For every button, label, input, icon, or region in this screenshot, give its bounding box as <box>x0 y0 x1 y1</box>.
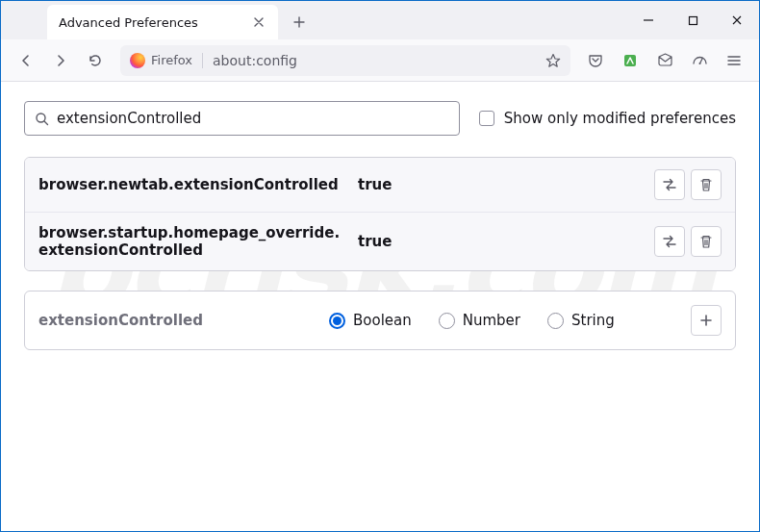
svg-rect-0 <box>689 16 697 24</box>
new-pref-row: extensionControlled Boolean Number Strin… <box>25 291 735 349</box>
firefox-logo-icon <box>130 53 145 68</box>
app-menu-button[interactable] <box>719 45 749 76</box>
forward-button[interactable] <box>45 45 76 76</box>
toggle-button[interactable] <box>654 169 685 200</box>
search-icon <box>35 112 49 126</box>
mail-button[interactable] <box>649 45 680 76</box>
dashboard-button[interactable] <box>684 45 715 76</box>
pref-value: true <box>358 233 643 250</box>
url-bar[interactable]: Firefox about:config <box>120 45 570 76</box>
pref-name: browser.startup.homepage_override.extens… <box>38 224 346 259</box>
preferences-table: browser.newtab.extensionControlled true … <box>24 157 736 271</box>
radio-boolean[interactable]: Boolean <box>329 312 412 329</box>
maximize-button[interactable] <box>671 1 715 39</box>
checkbox-label: Show only modified preferences <box>504 110 736 127</box>
new-pref-name: extensionControlled <box>38 312 317 329</box>
pref-name: browser.newtab.extensionControlled <box>38 176 346 193</box>
tab-title: Advanced Preferences <box>59 15 198 30</box>
svg-rect-1 <box>624 55 636 66</box>
search-box[interactable] <box>24 101 460 136</box>
add-pref-button[interactable] <box>691 305 722 336</box>
window-controls <box>626 1 759 39</box>
search-input[interactable] <box>57 110 449 127</box>
radio-string[interactable]: String <box>547 312 615 329</box>
tab-bar: Advanced Preferences <box>1 1 759 39</box>
type-radio-group: Boolean Number String <box>329 312 679 329</box>
radio-icon <box>329 313 345 329</box>
radio-label: Boolean <box>353 312 412 329</box>
url-text: about:config <box>213 53 536 68</box>
checkbox-icon <box>479 111 494 126</box>
radio-label: String <box>571 312 615 329</box>
back-button[interactable] <box>11 45 41 76</box>
pref-actions <box>654 169 722 200</box>
pref-value: true <box>358 176 643 193</box>
radio-icon <box>439 313 455 329</box>
delete-button[interactable] <box>691 226 722 257</box>
navigation-toolbar: Firefox about:config <box>1 39 759 82</box>
svg-point-2 <box>698 63 700 64</box>
new-preference-block: extensionControlled Boolean Number Strin… <box>24 291 736 350</box>
radio-number[interactable]: Number <box>439 312 520 329</box>
identity-box[interactable]: Firefox <box>130 53 203 68</box>
bookmark-star-icon[interactable] <box>545 53 561 68</box>
close-tab-button[interactable] <box>251 14 266 30</box>
new-tab-button[interactable] <box>284 7 315 38</box>
search-row: Show only modified preferences <box>24 101 736 136</box>
about-config-content: Show only modified preferences browser.n… <box>1 82 759 369</box>
identity-label: Firefox <box>151 53 192 67</box>
pocket-button[interactable] <box>580 45 611 76</box>
pref-actions <box>654 226 722 257</box>
show-modified-checkbox[interactable]: Show only modified preferences <box>479 110 736 127</box>
pref-row[interactable]: browser.startup.homepage_override.extens… <box>25 213 735 270</box>
radio-icon <box>547 313 564 329</box>
pref-row[interactable]: browser.newtab.extensionControlled true <box>25 158 735 213</box>
active-tab[interactable]: Advanced Preferences <box>47 5 278 39</box>
reload-button[interactable] <box>80 45 111 76</box>
toggle-button[interactable] <box>654 226 685 257</box>
close-window-button[interactable] <box>715 1 759 39</box>
extension-button[interactable] <box>615 45 646 76</box>
minimize-button[interactable] <box>626 1 671 39</box>
delete-button[interactable] <box>691 169 722 200</box>
radio-label: Number <box>463 312 520 329</box>
